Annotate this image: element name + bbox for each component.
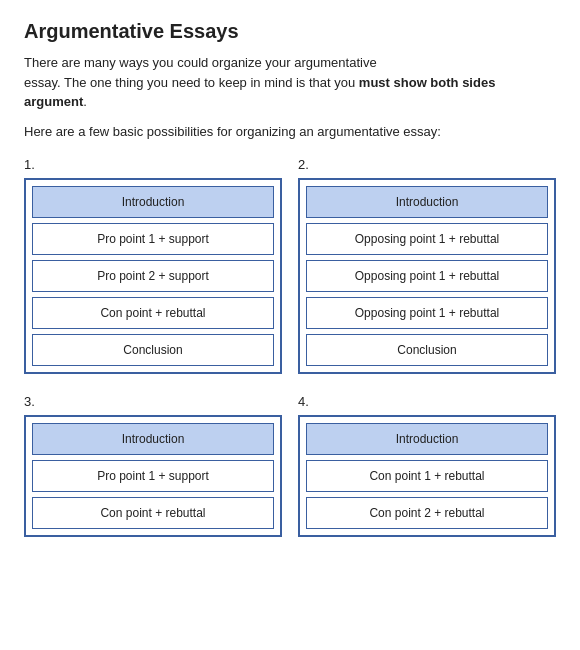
- subtext: Here are a few basic possibilities for o…: [24, 122, 556, 142]
- outline-item-1-1: Introduction: [32, 186, 274, 218]
- outline-item-3-2: Pro point 1 + support: [32, 460, 274, 492]
- intro-line2: essay. The one thing you need to keep in…: [24, 75, 359, 90]
- section-number-2: 2.: [298, 157, 556, 172]
- outline-item-1-5: Conclusion: [32, 334, 274, 366]
- outline-item-4-1: Introduction: [306, 423, 548, 455]
- outline-item-1-2: Pro point 1 + support: [32, 223, 274, 255]
- page-title: Argumentative Essays: [24, 20, 556, 43]
- outline-item-4-2: Con point 1 + rebuttal: [306, 460, 548, 492]
- section-number-3: 3.: [24, 394, 282, 409]
- grids-container: 1.IntroductionPro point 1 + supportPro p…: [24, 157, 556, 537]
- outline-box-2: IntroductionOpposing point 1 + rebuttalO…: [298, 178, 556, 374]
- section-number-1: 1.: [24, 157, 282, 172]
- outline-item-2-1: Introduction: [306, 186, 548, 218]
- outline-item-1-3: Pro point 2 + support: [32, 260, 274, 292]
- intro-line1: There are many ways you could organize y…: [24, 55, 377, 70]
- outline-box-1: IntroductionPro point 1 + supportPro poi…: [24, 178, 282, 374]
- essay-section-4: 4.IntroductionCon point 1 + rebuttalCon …: [298, 394, 556, 537]
- outline-box-3: IntroductionPro point 1 + supportCon poi…: [24, 415, 282, 537]
- essay-section-3: 3.IntroductionPro point 1 + supportCon p…: [24, 394, 282, 537]
- outline-item-3-1: Introduction: [32, 423, 274, 455]
- outline-item-3-3: Con point + rebuttal: [32, 497, 274, 529]
- intro-paragraph: There are many ways you could organize y…: [24, 53, 556, 112]
- intro-line3: .: [83, 94, 87, 109]
- outline-item-2-3: Opposing point 1 + rebuttal: [306, 260, 548, 292]
- essay-section-2: 2.IntroductionOpposing point 1 + rebutta…: [298, 157, 556, 374]
- outline-item-2-2: Opposing point 1 + rebuttal: [306, 223, 548, 255]
- essay-section-1: 1.IntroductionPro point 1 + supportPro p…: [24, 157, 282, 374]
- outline-item-4-3: Con point 2 + rebuttal: [306, 497, 548, 529]
- outline-item-1-4: Con point + rebuttal: [32, 297, 274, 329]
- section-number-4: 4.: [298, 394, 556, 409]
- outline-item-2-5: Conclusion: [306, 334, 548, 366]
- outline-box-4: IntroductionCon point 1 + rebuttalCon po…: [298, 415, 556, 537]
- outline-item-2-4: Opposing point 1 + rebuttal: [306, 297, 548, 329]
